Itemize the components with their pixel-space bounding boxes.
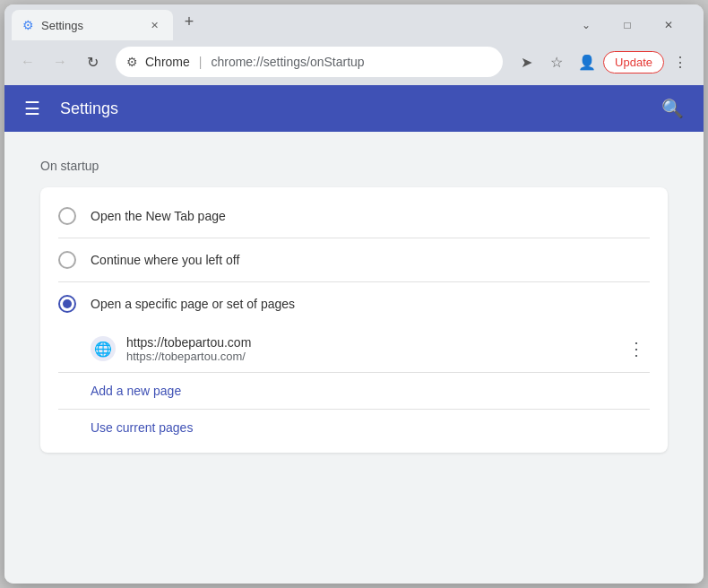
chrome-label: Chrome [145,55,190,69]
option-new-tab-label: Open the New Tab page [91,209,226,223]
back-button[interactable]: ← [13,48,42,76]
browser-window: ⚙ Settings ✕ + ⌄ □ ✕ ← → ↻ ⚙ Chrome | ch… [4,4,704,584]
update-button[interactable]: Update [603,51,664,74]
settings-page-title: Settings [60,99,642,118]
radio-inner-dot [63,299,72,308]
bookmark-button[interactable]: ☆ [542,48,571,76]
tab-close-button[interactable]: ✕ [146,17,162,33]
tab-title: Settings [41,19,139,32]
radio-continue[interactable] [58,251,76,269]
option-continue[interactable]: Continue where you left off [40,238,668,281]
startup-options-card: Open the New Tab page Continue where you… [40,187,668,453]
address-url: chrome://settings/onStartup [211,55,364,69]
maximize-button[interactable]: □ [607,12,648,39]
use-current-pages-button[interactable]: Use current pages [40,410,211,445]
settings-header: ☰ Settings 🔍 [4,85,704,132]
page-content: On startup Open the New Tab page Continu… [4,132,704,584]
omnibar-right-controls: ➤ ☆ 👤 Update ⋮ [512,48,695,76]
url-entry: 🌐 https://tobepartou.com https://tobepar… [40,325,668,372]
hamburger-menu-icon[interactable]: ☰ [19,92,46,125]
option-new-tab[interactable]: Open the New Tab page [40,195,668,238]
chrome-logo-icon: ⚙ [126,55,138,69]
account-button[interactable]: 👤 [573,48,601,76]
active-tab[interactable]: ⚙ Settings ✕ [12,10,173,40]
option-specific-page[interactable]: Open a specific page or set of pages [40,282,668,325]
settings-search-icon[interactable]: 🔍 [656,92,689,125]
url-sub: https://tobepartou.com/ [126,350,610,363]
option-specific-page-label: Open a specific page or set of pages [91,297,295,311]
refresh-button[interactable]: ↻ [78,48,107,76]
url-main: https://tobepartou.com [126,335,610,350]
add-new-page-button[interactable]: Add a new page [40,373,199,409]
new-tab-button[interactable]: + [177,9,202,34]
omnibar: ← → ↻ ⚙ Chrome | chrome://settings/onSta… [4,39,704,85]
window-controls: ⌄ □ ✕ [566,12,689,39]
address-bar[interactable]: ⚙ Chrome | chrome://settings/onStartup [116,47,503,77]
url-info: https://tobepartou.com https://tobeparto… [126,335,610,363]
settings-tab-icon: ⚙ [22,18,34,32]
globe-icon: 🌐 [91,336,116,361]
title-bar: ⚙ Settings ✕ + ⌄ □ ✕ [4,4,704,39]
radio-specific-page[interactable] [58,295,76,313]
minimize-button[interactable]: ⌄ [566,12,607,39]
address-separator: | [199,55,203,69]
more-menu-button[interactable]: ⋮ [666,48,695,76]
section-title: On startup [40,159,668,173]
close-button[interactable]: ✕ [648,12,689,39]
url-more-button[interactable]: ⋮ [621,334,650,363]
radio-new-tab[interactable] [58,207,76,225]
send-button[interactable]: ➤ [512,48,540,76]
forward-button[interactable]: → [46,48,74,76]
option-continue-label: Continue where you left off [91,253,239,267]
